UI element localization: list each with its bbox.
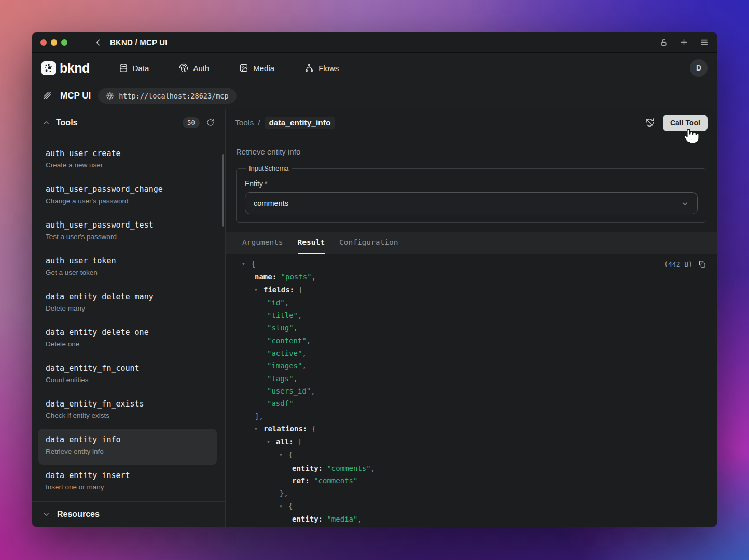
nav-item-label: Auth xyxy=(193,64,209,73)
main-panel: Tools / data_entity_info Call Tool Retri… xyxy=(226,109,717,527)
tools-section-header[interactable]: Tools 50 xyxy=(32,109,225,136)
sidebar-tool-auth_user_create[interactable]: auth_user_createCreate a new user xyxy=(38,143,217,178)
tool-description: Count entities xyxy=(46,375,210,384)
breadcrumb-section[interactable]: Tools xyxy=(235,118,254,128)
json-line: ▼relations: { xyxy=(226,423,717,436)
titlebar-actions xyxy=(660,38,709,47)
json-line: ref: "images" xyxy=(226,525,717,527)
tool-description: Delete one xyxy=(46,340,210,348)
breadcrumb-current: data_entity_info xyxy=(265,117,336,129)
nav-item-label: Media xyxy=(253,64,274,73)
endpoint-url: http://localhost:28623/mcp xyxy=(119,92,228,100)
sidebar-tool-auth_user_password_change[interactable]: auth_user_password_changeChange a user's… xyxy=(38,178,217,214)
sidebar-tool-data_entity_fn_exists[interactable]: data_entity_fn_existsCheck if entity exi… xyxy=(38,393,217,429)
chevron-left-icon xyxy=(94,38,103,47)
zoom-window-button[interactable] xyxy=(61,39,67,46)
json-line: ▼{ xyxy=(226,258,717,271)
traffic-lights xyxy=(40,39,67,46)
sidebar-tool-auth_user_password_test[interactable]: auth_user_password_testTest a user's pas… xyxy=(38,214,217,250)
main-nav: DataAuthMediaFlows xyxy=(119,63,339,73)
tool-name: data_entity_fn_exists xyxy=(46,399,210,409)
menu-button[interactable] xyxy=(700,38,709,47)
nav-item-flows[interactable]: Flows xyxy=(304,63,339,73)
minimize-window-button[interactable] xyxy=(51,39,57,46)
app-header: bknd DataAuthMediaFlows D xyxy=(32,53,717,83)
nav-item-media[interactable]: Media xyxy=(239,63,274,73)
tool-name: data_entity_delete_many xyxy=(46,291,210,302)
json-line: "active", xyxy=(226,347,717,359)
page-title: MCP UI xyxy=(60,91,91,101)
tool-name: auth_user_password_test xyxy=(46,220,210,230)
titlebar: BKND / MCP UI xyxy=(32,32,717,53)
lock-open-icon[interactable] xyxy=(660,38,668,47)
input-schema-legend: InputSchema xyxy=(246,164,292,172)
sidebar-scrollbar[interactable] xyxy=(222,154,224,227)
entity-select[interactable]: comments xyxy=(245,192,698,214)
nav-item-auth[interactable]: Auth xyxy=(179,63,209,73)
tool-description: Retrieve entity info xyxy=(46,447,210,456)
tab-result[interactable]: Result xyxy=(298,232,325,254)
json-line: ▼fields: [ xyxy=(226,284,717,297)
json-line: ▼{ xyxy=(226,449,717,461)
tools-list: auth_user_createCreate a new userauth_us… xyxy=(32,136,225,501)
fingerprint-icon xyxy=(179,63,188,73)
copy-icon xyxy=(698,260,706,269)
globe-icon xyxy=(106,92,114,100)
hatch-icon xyxy=(43,91,53,101)
json-line: "tags", xyxy=(226,372,717,385)
tool-description: Delete many xyxy=(46,304,210,313)
close-window-button[interactable] xyxy=(40,39,47,46)
json-line: name: "posts", xyxy=(226,271,717,283)
json-line: "content", xyxy=(226,334,717,347)
collapse-toggle-icon[interactable]: ▼ xyxy=(280,500,288,513)
tool-description: Create a new user xyxy=(46,161,210,170)
collapse-toggle-icon[interactable]: ▼ xyxy=(267,436,276,449)
sidebar-tool-data_entity_insert[interactable]: data_entity_insertInsert one or many xyxy=(38,465,217,500)
nav-item-data[interactable]: Data xyxy=(119,63,149,73)
json-line: ], xyxy=(226,410,717,423)
result-tabs: ArgumentsResultConfiguration xyxy=(226,232,717,254)
tool-name: auth_user_password_change xyxy=(46,184,210,194)
chevron-down-icon xyxy=(43,511,50,518)
refresh-tools-button[interactable] xyxy=(206,118,215,127)
json-line: ref: "comments" xyxy=(226,474,717,487)
avatar[interactable]: D xyxy=(690,59,708,77)
tab-configuration[interactable]: Configuration xyxy=(339,232,398,254)
flow-icon xyxy=(304,63,314,73)
copy-result-button[interactable] xyxy=(698,260,706,269)
tool-name: data_entity_insert xyxy=(46,470,210,481)
json-line: ▼all: [ xyxy=(226,436,717,449)
image-icon xyxy=(239,63,248,73)
back-button[interactable] xyxy=(94,38,103,47)
new-tab-button[interactable] xyxy=(679,38,688,47)
json-line: ▼{ xyxy=(226,500,717,513)
sidebar-tool-data_entity_delete_many[interactable]: data_entity_delete_manyDelete many xyxy=(38,286,217,321)
chevron-up-icon xyxy=(43,119,50,127)
json-line: "asdf" xyxy=(226,397,717,410)
sidebar-tool-data_entity_delete_one[interactable]: data_entity_delete_oneDelete one xyxy=(38,321,217,357)
collapse-toggle-icon[interactable]: ▼ xyxy=(255,423,263,436)
bknd-logo-icon xyxy=(41,61,56,75)
tool-name: auth_user_token xyxy=(46,256,210,266)
tool-description: Check if entity exists xyxy=(46,411,210,420)
endpoint-url-pill[interactable]: http://localhost:28623/mcp xyxy=(98,88,236,104)
sidebar-tool-auth_user_token[interactable]: auth_user_tokenGet a user token xyxy=(38,250,217,286)
call-tool-button[interactable]: Call Tool xyxy=(663,115,708,131)
json-line: "users_id", xyxy=(226,385,717,397)
json-line: "slug", xyxy=(226,321,717,334)
tool-name: data_entity_info xyxy=(46,435,210,445)
collapse-toggle-icon[interactable]: ▼ xyxy=(255,284,263,297)
collapse-toggle-icon[interactable]: ▼ xyxy=(242,258,251,271)
resources-section-header[interactable]: Resources xyxy=(32,501,225,527)
collapse-toggle-icon[interactable]: ▼ xyxy=(280,449,288,461)
tool-description: Change a user's password xyxy=(46,197,210,205)
brand[interactable]: bknd xyxy=(41,61,90,76)
tab-arguments[interactable]: Arguments xyxy=(242,232,283,254)
auto-refresh-off-button[interactable] xyxy=(645,118,655,128)
sidebar-tool-data_entity_fn_count[interactable]: data_entity_fn_countCount entities xyxy=(38,357,217,393)
refresh-icon xyxy=(206,118,215,127)
breadcrumb-separator: / xyxy=(258,118,260,128)
result-json-viewer: (442 B) ▼{name: "posts",▼fields: ["id","… xyxy=(226,254,717,527)
breadcrumb: Tools / data_entity_info xyxy=(235,117,335,129)
sidebar-tool-data_entity_info[interactable]: data_entity_infoRetrieve entity info xyxy=(38,429,217,465)
